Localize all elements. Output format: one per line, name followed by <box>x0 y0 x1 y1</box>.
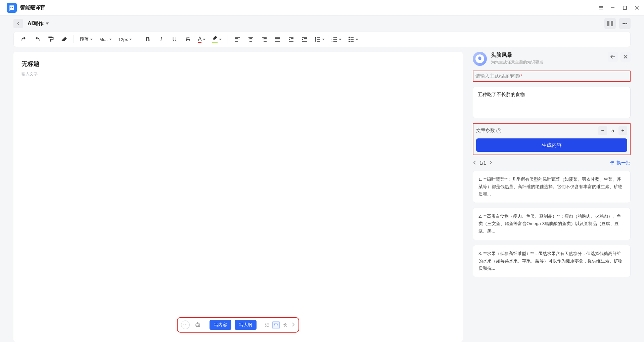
length-mid[interactable]: 中 <box>272 321 280 329</box>
close-button[interactable] <box>634 5 640 11</box>
unordered-list-icon <box>348 36 354 42</box>
ordered-list-icon: 123 <box>331 36 337 42</box>
text-color-button[interactable]: A <box>195 34 209 45</box>
titlebar-left: 智能翻译官 <box>7 3 45 13</box>
maximize-button[interactable] <box>622 5 628 11</box>
ai-assist-button[interactable] <box>193 320 202 330</box>
minimize-button[interactable] <box>610 5 616 11</box>
highlight-button[interactable] <box>210 34 224 45</box>
panel-header: 头脑风暴 为您生成任意主题的知识要点 <box>473 52 631 66</box>
menu-button[interactable] <box>598 5 604 11</box>
pager-prev[interactable] <box>473 160 476 166</box>
align-right-button[interactable] <box>258 34 270 45</box>
caret-down-icon <box>219 39 222 40</box>
line-height-icon <box>315 36 321 42</box>
write-outline-button[interactable]: 写大纲 <box>235 320 257 330</box>
align-justify-button[interactable] <box>272 34 284 45</box>
count-stepper: − 5 + <box>598 126 627 135</box>
caret-down-icon <box>356 39 358 40</box>
panel-title: 头脑风暴 <box>491 52 543 59</box>
panel-toggle-button[interactable] <box>604 18 616 29</box>
svg-text:3: 3 <box>331 40 332 42</box>
caret-down-icon <box>46 23 49 25</box>
side-panel: 头脑风暴 为您生成任意主题的知识要点 请输入主题/话题/问题* 文章条数? − … <box>473 52 631 342</box>
panel-header-buttons <box>608 52 631 62</box>
refresh-text: 换一批 <box>616 160 631 166</box>
undo-button[interactable] <box>18 34 30 45</box>
count-label: 文章条数? <box>476 128 501 134</box>
indent-button[interactable] <box>285 34 297 45</box>
generate-button[interactable]: 生成内容 <box>476 138 627 152</box>
count-and-generate-box: 文章条数? − 5 + 生成内容 <box>473 123 631 155</box>
line-height-button[interactable] <box>312 34 327 45</box>
mode-label-text: AI写作 <box>28 20 44 27</box>
length-long[interactable]: 长 <box>282 322 288 329</box>
result-card[interactable]: 1. **绿叶蔬菜**：几乎所有类型的绿叶蔬菜（如菠菜、羽衣甘蓝、生菜、芹菜等）… <box>473 171 631 203</box>
font-select[interactable]: Mi... <box>97 34 114 45</box>
italic-button[interactable]: I <box>155 34 167 45</box>
pager-text: 1/1 <box>479 160 486 166</box>
svg-point-46 <box>349 39 350 40</box>
floating-action-bar: ⋯ 写内容 写大纲 短 中 长 <box>177 317 299 333</box>
topic-input[interactable] <box>473 87 631 118</box>
result-card[interactable]: 2. **高蛋白食物（瘦肉、鱼类、豆制品）**：瘦肉（鸡胸肉、火鸡肉）、鱼类（三… <box>473 208 631 240</box>
svg-rect-10 <box>611 21 613 26</box>
result-card[interactable]: 3. **水果（低糖高纤维型）**：虽然水果含有天然糖分，但选择低糖高纤维的水果… <box>473 245 631 277</box>
caret-down-icon <box>109 39 112 40</box>
eraser-button[interactable] <box>58 34 70 45</box>
length-group: 短 中 长 <box>264 321 288 329</box>
refresh-button[interactable]: 换一批 <box>609 160 631 166</box>
window-controls <box>598 5 640 11</box>
write-content-button[interactable]: 写内容 <box>210 320 231 330</box>
redo-button[interactable] <box>31 34 43 45</box>
format-toolbar: 段落 Mi... 12px B I U S A 123 <box>13 32 631 47</box>
caret-down-icon <box>339 39 341 40</box>
back-button[interactable] <box>13 19 23 28</box>
size-select[interactable]: 12px <box>116 34 135 45</box>
floatbar-next-button[interactable] <box>292 322 295 328</box>
bold-button[interactable]: B <box>142 34 154 45</box>
ordered-list-button[interactable]: 123 <box>329 34 344 45</box>
panel-close-button[interactable] <box>620 52 631 62</box>
topic-label-box: 请输入主题/话题/问题* <box>473 71 631 82</box>
mode-selector[interactable]: AI写作 <box>28 20 49 27</box>
count-decrement[interactable]: − <box>598 126 607 135</box>
top-nav-right: ••• <box>604 18 631 29</box>
svg-rect-9 <box>607 21 609 26</box>
outdent-button[interactable] <box>298 34 311 45</box>
topic-label: 请输入主题/话题/问题* <box>475 73 522 79</box>
separator <box>260 321 260 329</box>
underline-button[interactable]: U <box>169 34 181 45</box>
more-button[interactable]: ••• <box>619 18 631 29</box>
highlighter-icon <box>212 35 218 41</box>
caret-down-icon <box>322 39 325 40</box>
length-short[interactable]: 短 <box>264 322 270 329</box>
caret-down-icon <box>129 39 132 40</box>
svg-rect-50 <box>196 324 200 327</box>
format-painter-button[interactable] <box>45 34 57 45</box>
strikethrough-button[interactable]: S <box>182 34 194 45</box>
size-select-text: 12px <box>119 37 128 42</box>
app-title: 智能翻译官 <box>20 4 45 11</box>
toolbar-separator <box>228 35 228 43</box>
logo-icon <box>8 4 15 11</box>
count-value: 5 <box>607 128 618 133</box>
top-nav-left: AI写作 <box>13 19 49 28</box>
unordered-list-button[interactable] <box>346 34 361 45</box>
help-icon[interactable]: ? <box>496 128 501 133</box>
titlebar: 智能翻译官 <box>0 0 644 15</box>
panel-subtitle: 为您生成任意主题的知识要点 <box>491 59 543 65</box>
document-title[interactable]: 无标题 <box>21 60 455 68</box>
align-center-button[interactable] <box>245 34 257 45</box>
floatbar-more-button[interactable]: ⋯ <box>181 320 190 329</box>
pager-next[interactable] <box>489 160 493 166</box>
count-increment[interactable]: + <box>618 126 627 135</box>
svg-point-1 <box>12 7 13 8</box>
align-left-button[interactable] <box>231 34 243 45</box>
editor-area[interactable]: 无标题 输入文字 ⋯ 写内容 写大纲 短 中 长 <box>13 52 463 342</box>
paragraph-select[interactable]: 段落 <box>77 34 95 45</box>
svg-point-54 <box>198 325 199 326</box>
caret-down-icon <box>90 39 93 40</box>
robot-icon <box>194 322 201 328</box>
panel-back-button[interactable] <box>608 52 618 62</box>
